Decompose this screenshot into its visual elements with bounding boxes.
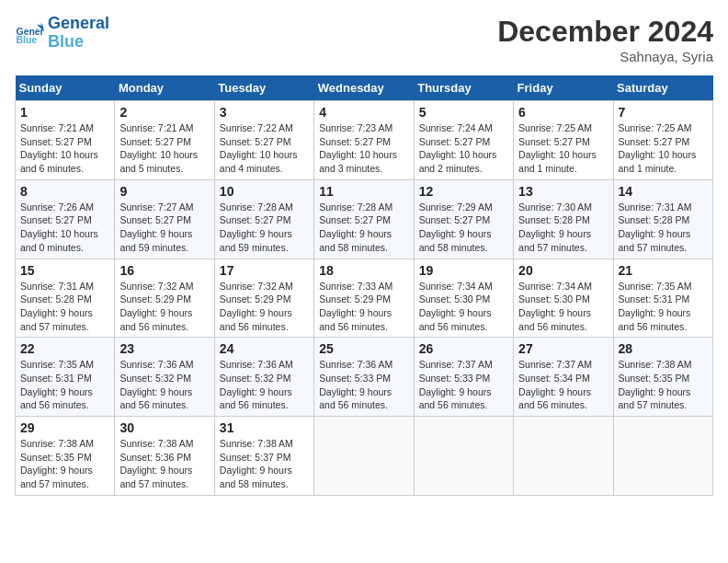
day-info: Sunrise: 7:22 AM Sunset: 5:27 PM Dayligh… xyxy=(220,121,309,176)
daylight-label: Daylight: xyxy=(220,465,257,476)
day-info: Sunrise: 7:21 AM Sunset: 5:27 PM Dayligh… xyxy=(119,121,209,176)
sunrise-label: Sunrise: xyxy=(619,281,654,292)
sunrise-label: Sunrise: xyxy=(20,281,56,292)
daylight-label: Daylight: xyxy=(220,228,257,239)
daylight-label: Daylight: xyxy=(220,307,257,318)
day-number: 14 xyxy=(619,184,708,199)
sunset-label: Sunset: xyxy=(319,136,352,147)
day-number: 4 xyxy=(319,105,408,120)
day-info: Sunrise: 7:38 AM Sunset: 5:36 PM Dayligh… xyxy=(119,437,209,491)
calendar-cell: 18 Sunrise: 7:33 AM Sunset: 5:29 PM Dayl… xyxy=(314,259,414,338)
daylight-label: Daylight: xyxy=(119,465,157,476)
day-number: 30 xyxy=(119,420,209,435)
daylight-label: Daylight: xyxy=(518,386,556,397)
calendar-cell: 11 Sunrise: 7:28 AM Sunset: 5:27 PM Dayl… xyxy=(314,179,414,259)
daylight-label: Daylight: xyxy=(619,307,656,318)
sunset-label: Sunset: xyxy=(220,136,253,147)
title-block: December 2024 Sahnaya, Syria xyxy=(497,15,713,64)
sunset-label: Sunset: xyxy=(220,452,253,463)
sunset-label: Sunset: xyxy=(419,373,452,384)
logo: General Blue GeneralBlue xyxy=(15,15,109,52)
sunset-label: Sunset: xyxy=(20,136,53,147)
sunset-label: Sunset: xyxy=(119,452,153,463)
sunset-label: Sunset: xyxy=(220,373,253,384)
day-number: 18 xyxy=(319,263,408,278)
calendar-cell xyxy=(514,417,613,496)
calendar-cell: 29 Sunrise: 7:38 AM Sunset: 5:35 PM Dayl… xyxy=(16,417,115,496)
calendar-cell: 19 Sunrise: 7:34 AM Sunset: 5:30 PM Dayl… xyxy=(414,259,513,338)
day-number: 8 xyxy=(20,184,109,199)
col-header-friday: Friday xyxy=(514,75,613,101)
day-info: Sunrise: 7:31 AM Sunset: 5:28 PM Dayligh… xyxy=(20,280,109,334)
daylight-label: Daylight: xyxy=(419,307,457,318)
sunset-label: Sunset: xyxy=(619,136,652,147)
sunrise-label: Sunrise: xyxy=(319,359,355,370)
sunset-label: Sunset: xyxy=(20,452,53,463)
calendar-body: 1 Sunrise: 7:21 AM Sunset: 5:27 PM Dayli… xyxy=(16,101,713,496)
calendar-cell xyxy=(314,417,414,496)
day-number: 22 xyxy=(20,341,109,356)
sunrise-label: Sunrise: xyxy=(518,359,554,370)
daylight-label: Daylight: xyxy=(20,465,58,476)
sunrise-label: Sunrise: xyxy=(20,359,56,370)
day-number: 26 xyxy=(419,341,508,356)
daylight-label: Daylight: xyxy=(518,307,556,318)
day-info: Sunrise: 7:30 AM Sunset: 5:28 PM Dayligh… xyxy=(518,201,608,255)
day-number: 11 xyxy=(319,184,408,199)
sunset-label: Sunset: xyxy=(220,214,253,225)
day-info: Sunrise: 7:25 AM Sunset: 5:27 PM Dayligh… xyxy=(619,121,708,176)
calendar-cell xyxy=(414,417,513,496)
calendar-week-1: 1 Sunrise: 7:21 AM Sunset: 5:27 PM Dayli… xyxy=(16,101,713,180)
daylight-label: Daylight: xyxy=(119,307,157,318)
sunrise-label: Sunrise: xyxy=(419,122,455,133)
calendar-cell: 10 Sunrise: 7:28 AM Sunset: 5:27 PM Dayl… xyxy=(214,179,313,259)
sunset-label: Sunset: xyxy=(119,136,153,147)
daylight-label: Daylight: xyxy=(20,228,58,239)
col-header-saturday: Saturday xyxy=(613,75,712,101)
sunset-label: Sunset: xyxy=(119,373,153,384)
day-info: Sunrise: 7:34 AM Sunset: 5:30 PM Dayligh… xyxy=(518,280,608,334)
sunrise-label: Sunrise: xyxy=(20,201,56,213)
day-info: Sunrise: 7:32 AM Sunset: 5:29 PM Dayligh… xyxy=(119,280,209,334)
day-number: 10 xyxy=(220,184,309,199)
sunrise-label: Sunrise: xyxy=(119,359,155,370)
sunrise-label: Sunrise: xyxy=(20,122,56,133)
sunset-label: Sunset: xyxy=(419,136,452,147)
calendar-cell: 24 Sunrise: 7:36 AM Sunset: 5:32 PM Dayl… xyxy=(214,338,313,417)
sunrise-label: Sunrise: xyxy=(119,438,155,449)
day-info: Sunrise: 7:29 AM Sunset: 5:27 PM Dayligh… xyxy=(419,201,508,255)
day-info: Sunrise: 7:24 AM Sunset: 5:27 PM Dayligh… xyxy=(419,121,508,176)
daylight-label: Daylight: xyxy=(619,386,656,397)
sunrise-label: Sunrise: xyxy=(419,359,455,370)
calendar-week-3: 15 Sunrise: 7:31 AM Sunset: 5:28 PM Dayl… xyxy=(16,259,713,338)
calendar-cell: 6 Sunrise: 7:25 AM Sunset: 5:27 PM Dayli… xyxy=(514,101,613,180)
day-number: 6 xyxy=(518,105,608,120)
col-header-wednesday: Wednesday xyxy=(314,75,414,101)
daylight-label: Daylight: xyxy=(419,386,457,397)
calendar-cell: 21 Sunrise: 7:35 AM Sunset: 5:31 PM Dayl… xyxy=(613,259,712,338)
sunset-label: Sunset: xyxy=(319,373,352,384)
day-number: 13 xyxy=(518,184,608,199)
calendar-cell: 14 Sunrise: 7:31 AM Sunset: 5:28 PM Dayl… xyxy=(613,179,712,259)
sunrise-label: Sunrise: xyxy=(220,281,256,292)
day-info: Sunrise: 7:38 AM Sunset: 5:37 PM Dayligh… xyxy=(220,437,309,491)
sunset-label: Sunset: xyxy=(419,293,452,304)
calendar-cell: 22 Sunrise: 7:35 AM Sunset: 5:31 PM Dayl… xyxy=(16,338,115,417)
logo-text: GeneralBlue xyxy=(48,15,109,52)
day-info: Sunrise: 7:37 AM Sunset: 5:34 PM Dayligh… xyxy=(518,358,608,412)
col-header-monday: Monday xyxy=(115,75,214,101)
calendar-cell: 7 Sunrise: 7:25 AM Sunset: 5:27 PM Dayli… xyxy=(613,101,712,180)
day-number: 27 xyxy=(518,341,608,356)
page-header: General Blue GeneralBlue December 2024 S… xyxy=(15,15,713,64)
day-number: 24 xyxy=(220,341,309,356)
day-number: 23 xyxy=(119,341,209,356)
calendar-cell: 2 Sunrise: 7:21 AM Sunset: 5:27 PM Dayli… xyxy=(115,101,214,180)
logo-icon: General Blue xyxy=(15,18,44,48)
sunrise-label: Sunrise: xyxy=(119,201,155,213)
calendar-cell: 4 Sunrise: 7:23 AM Sunset: 5:27 PM Dayli… xyxy=(314,101,414,180)
day-info: Sunrise: 7:28 AM Sunset: 5:27 PM Dayligh… xyxy=(319,201,408,255)
sunset-label: Sunset: xyxy=(518,214,552,225)
day-info: Sunrise: 7:26 AM Sunset: 5:27 PM Dayligh… xyxy=(20,201,109,255)
daylight-label: Daylight: xyxy=(419,149,457,160)
sunset-label: Sunset: xyxy=(20,214,53,225)
